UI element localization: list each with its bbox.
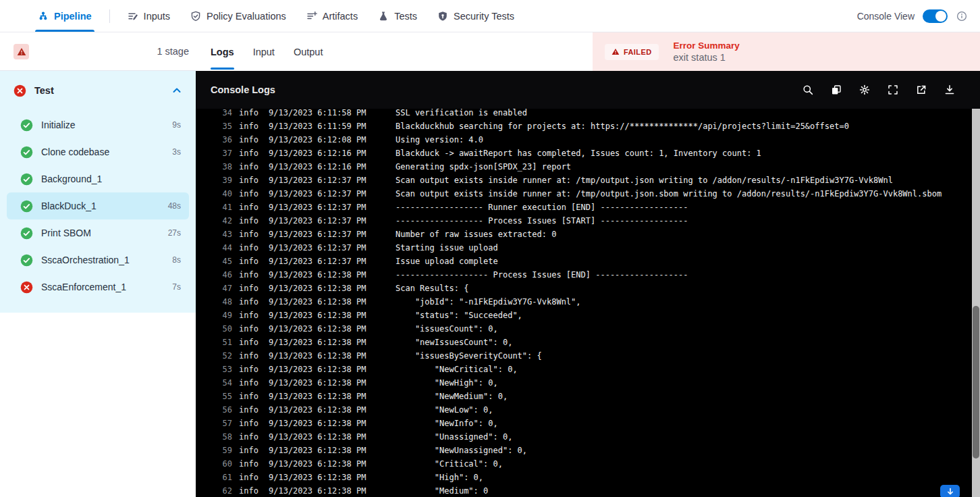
stage-name: Test bbox=[34, 85, 54, 96]
chevron-up-icon[interactable] bbox=[171, 85, 182, 96]
detail-tabs: LogsInputOutput bbox=[196, 32, 342, 71]
log-level: info bbox=[239, 430, 269, 444]
step-row-sscaenforcement-1[interactable]: SscaEnforcement_17s bbox=[7, 273, 189, 300]
log-message: Generating spdx-json[SPDX_23] report bbox=[396, 160, 571, 174]
log-message: "NewUnassigned": 0, bbox=[396, 444, 527, 457]
log-timestamp: 9/13/2023 6:12:38 PM bbox=[269, 376, 396, 390]
step-duration: 48s bbox=[168, 201, 181, 211]
tab-tests[interactable]: Tests bbox=[378, 0, 417, 32]
log-scrollbar-thumb[interactable] bbox=[973, 306, 979, 459]
step-label: Clone codebase bbox=[41, 147, 109, 157]
step-row-blackduck-1[interactable]: BlackDuck_148s bbox=[7, 192, 189, 219]
log-line: 44info9/13/2023 6:12:37 PMStarting issue… bbox=[196, 241, 972, 255]
log-timestamp: 9/13/2023 6:12:38 PM bbox=[269, 471, 396, 484]
log-timestamp: 9/13/2023 6:11:59 PM bbox=[269, 120, 396, 133]
console-title: Console Logs bbox=[211, 84, 275, 95]
success-circle-icon bbox=[20, 173, 33, 186]
log-line-number: 60 bbox=[196, 457, 232, 471]
log-level: info bbox=[239, 403, 269, 417]
log-timestamp: 9/13/2023 6:12:38 PM bbox=[269, 403, 396, 417]
settings-icon[interactable] bbox=[859, 84, 871, 96]
step-label: SscaOrchestration_1 bbox=[41, 255, 130, 265]
log-line-number: 61 bbox=[196, 471, 232, 484]
log-timestamp: 9/13/2023 6:12:37 PM bbox=[269, 174, 396, 187]
tab-security-tests[interactable]: Security Tests bbox=[437, 0, 514, 32]
log-message: "issuesCount": 0, bbox=[396, 322, 498, 336]
log-line: 60info9/13/2023 6:12:38 PM "Critical": 0… bbox=[196, 457, 972, 471]
log-timestamp: 9/13/2023 6:12:38 PM bbox=[269, 430, 396, 444]
step-row-clone-codebase[interactable]: Clone codebase3s bbox=[7, 138, 189, 165]
log-message: "jobId": "-n1FkEpdiw3Y7G-Vvk8Wnl", bbox=[396, 295, 581, 309]
search-icon[interactable] bbox=[802, 84, 814, 96]
log-line: 49info9/13/2023 6:12:38 PM "status": "Su… bbox=[196, 309, 972, 322]
log-timestamp: 9/13/2023 6:12:16 PM bbox=[269, 147, 396, 160]
console-view-control: Console View bbox=[857, 9, 980, 23]
log-line: 40info9/13/2023 6:12:37 PMScan output ex… bbox=[196, 187, 972, 201]
tab-logs[interactable]: Logs bbox=[211, 32, 234, 71]
log-line-number: 40 bbox=[196, 187, 232, 201]
log-line: 42info9/13/2023 6:12:37 PM--------------… bbox=[196, 214, 972, 228]
top-nav-tabs: PipelineInputsPolicy EvaluationsArtifact… bbox=[0, 0, 535, 32]
copy-icon[interactable] bbox=[830, 84, 842, 96]
log-timestamp: 9/13/2023 6:12:08 PM bbox=[269, 133, 396, 147]
log-level: info bbox=[239, 390, 269, 403]
tab-pipeline[interactable]: Pipeline bbox=[38, 0, 92, 32]
tests-icon bbox=[378, 11, 389, 22]
log-line-number: 59 bbox=[196, 444, 232, 457]
log-line-number: 56 bbox=[196, 403, 232, 417]
log-timestamp: 9/13/2023 6:12:37 PM bbox=[269, 241, 396, 255]
log-line: 48info9/13/2023 6:12:38 PM "jobId": "-n1… bbox=[196, 295, 972, 309]
log-level: info bbox=[239, 268, 269, 282]
step-label: Print SBOM bbox=[41, 228, 91, 238]
log-level: info bbox=[239, 376, 269, 390]
tab-label: Artifacts bbox=[323, 11, 358, 22]
error-summary-message: exit status 1 bbox=[674, 52, 740, 63]
log-scrollbar-track[interactable] bbox=[972, 109, 980, 497]
tab-output[interactable]: Output bbox=[294, 32, 323, 71]
tab-input[interactable]: Input bbox=[253, 32, 275, 71]
fullscreen-icon[interactable] bbox=[887, 84, 899, 96]
log-message: Using version: 4.0 bbox=[396, 133, 483, 147]
log-message: ------------------- Process Issues [END]… bbox=[396, 268, 688, 282]
log-timestamp: 9/13/2023 6:12:38 PM bbox=[269, 268, 396, 282]
log-timestamp: 9/13/2023 6:12:37 PM bbox=[269, 187, 396, 201]
info-circle-icon[interactable] bbox=[956, 10, 968, 22]
step-row-sscaorchestration-1[interactable]: SscaOrchestration_18s bbox=[7, 246, 189, 273]
tab-policy-evaluations[interactable]: Policy Evaluations bbox=[190, 0, 286, 32]
tab-artifacts[interactable]: Artifacts bbox=[306, 0, 358, 32]
log-message: Issue upload complete bbox=[396, 255, 498, 268]
console-toolbar bbox=[802, 84, 965, 96]
console-view-toggle[interactable] bbox=[923, 9, 948, 23]
toggle-knob bbox=[935, 11, 946, 22]
log-line-number: 48 bbox=[196, 295, 232, 309]
step-row-initialize[interactable]: Initialize9s bbox=[7, 111, 189, 138]
step-row-background-1[interactable]: Background_1 bbox=[7, 165, 189, 192]
stage-panel: Test Initialize9sClone codebase3sBackgro… bbox=[0, 71, 196, 313]
detail-tabs-row: LogsInputOutput FAILED Error Summary exi… bbox=[196, 32, 980, 71]
download-icon[interactable] bbox=[944, 84, 956, 96]
log-timestamp: 9/13/2023 6:11:58 PM bbox=[269, 109, 396, 120]
log-line-number: 38 bbox=[196, 160, 232, 174]
log-line: 47info9/13/2023 6:12:38 PMScan Results: … bbox=[196, 282, 972, 295]
log-level: info bbox=[239, 309, 269, 322]
log-level: info bbox=[239, 457, 269, 471]
log-timestamp: 9/13/2023 6:12:38 PM bbox=[269, 417, 396, 430]
stage-header[interactable]: Test bbox=[0, 71, 196, 110]
log-level: info bbox=[239, 417, 269, 430]
tab-inputs[interactable]: Inputs bbox=[128, 0, 171, 32]
scroll-to-bottom-button[interactable] bbox=[940, 485, 960, 497]
log-viewport[interactable]: 34info9/13/2023 6:11:58 PMSSL verificati… bbox=[196, 109, 972, 497]
log-message: SSL verification is enabled bbox=[396, 109, 527, 120]
log-message: "NewHigh": 0, bbox=[396, 376, 498, 390]
pipeline-icon bbox=[38, 11, 49, 22]
success-circle-icon bbox=[20, 200, 33, 213]
success-circle-icon bbox=[20, 146, 33, 159]
log-line: 46info9/13/2023 6:12:38 PM--------------… bbox=[196, 268, 972, 282]
open-in-new-icon[interactable] bbox=[915, 84, 927, 96]
error-circle-icon bbox=[13, 84, 26, 97]
execution-sidebar: 1 stage Test Initialize9sClone codebase3… bbox=[0, 32, 196, 497]
log-timestamp: 9/13/2023 6:12:37 PM bbox=[269, 255, 396, 268]
step-label: SscaEnforcement_1 bbox=[41, 282, 126, 292]
log-level: info bbox=[239, 187, 269, 201]
step-row-print-sbom[interactable]: Print SBOM27s bbox=[7, 219, 189, 246]
